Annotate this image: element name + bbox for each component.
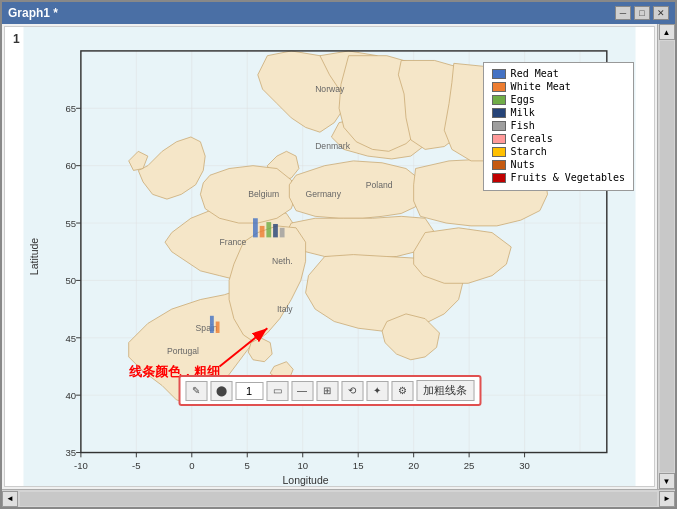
svg-text:Germany: Germany: [306, 189, 342, 199]
svg-text:60: 60: [65, 160, 76, 171]
svg-text:45: 45: [65, 333, 76, 344]
legend-item: Red Meat: [492, 68, 625, 79]
legend-label: Cereals: [511, 133, 553, 144]
legend-color-swatch: [492, 147, 506, 157]
legend-label: Milk: [511, 107, 535, 118]
svg-rect-89: [273, 224, 278, 237]
legend-item: Starch: [492, 146, 625, 157]
legend-label: Fish: [511, 120, 535, 131]
svg-text:France: France: [220, 237, 247, 247]
svg-text:50: 50: [65, 275, 76, 286]
svg-text:Poland: Poland: [366, 180, 393, 190]
svg-text:-10: -10: [74, 460, 88, 471]
legend-label: Red Meat: [511, 68, 559, 79]
line-width-input[interactable]: [235, 382, 263, 400]
svg-rect-92: [216, 322, 220, 333]
legend: Red MeatWhite MeatEggsMilkFishCerealsSta…: [483, 62, 634, 191]
svg-rect-91: [210, 316, 214, 333]
close-button[interactable]: ✕: [653, 6, 669, 20]
legend-item: Eggs: [492, 94, 625, 105]
content-area: 1: [2, 24, 675, 489]
plot-container: 1: [5, 27, 654, 486]
tool-rotate-button[interactable]: ⟲: [341, 381, 363, 401]
legend-color-swatch: [492, 95, 506, 105]
svg-text:15: 15: [353, 460, 364, 471]
svg-text:Latitude: Latitude: [28, 238, 40, 276]
tool-settings-button[interactable]: ⚙: [391, 381, 413, 401]
svg-text:Spain: Spain: [196, 323, 218, 333]
legend-item: Nuts: [492, 159, 625, 170]
legend-label: Starch: [511, 146, 547, 157]
legend-item: Cereals: [492, 133, 625, 144]
legend-item: White Meat: [492, 81, 625, 92]
svg-text:Longitude: Longitude: [283, 474, 329, 486]
svg-text:30: 30: [519, 460, 530, 471]
tool-rect-button[interactable]: ▭: [266, 381, 288, 401]
legend-color-swatch: [492, 173, 506, 183]
maximize-button[interactable]: □: [634, 6, 650, 20]
tool-draw-button[interactable]: ✎: [185, 381, 207, 401]
svg-rect-88: [266, 222, 271, 237]
svg-text:35: 35: [65, 447, 76, 458]
svg-text:20: 20: [408, 460, 419, 471]
svg-rect-87: [260, 226, 265, 237]
svg-text:Norway: Norway: [315, 84, 345, 94]
svg-text:0: 0: [189, 460, 194, 471]
svg-text:5: 5: [245, 460, 250, 471]
tool-grid-button[interactable]: ⊞: [316, 381, 338, 401]
svg-text:Denmark: Denmark: [315, 141, 351, 151]
legend-label: Eggs: [511, 94, 535, 105]
title-bar-left: Graph1 *: [8, 6, 58, 20]
graph-area: 1: [4, 26, 655, 487]
window-title: Graph1 *: [8, 6, 58, 20]
title-bar: Graph1 * ─ □ ✕: [2, 2, 675, 24]
svg-text:65: 65: [65, 103, 76, 114]
scroll-left-button[interactable]: ◄: [2, 491, 18, 507]
svg-text:10: 10: [297, 460, 308, 471]
svg-rect-90: [280, 228, 285, 238]
scroll-right-button[interactable]: ►: [659, 491, 675, 507]
tool-fill-button[interactable]: ⬤: [210, 381, 232, 401]
plot-number: 1: [13, 32, 20, 46]
scroll-up-button[interactable]: ▲: [659, 24, 675, 40]
svg-text:Neth.: Neth.: [272, 256, 293, 266]
legend-item: Milk: [492, 107, 625, 118]
legend-item: Fruits & Vegetables: [492, 172, 625, 183]
svg-text:-5: -5: [132, 460, 141, 471]
legend-color-swatch: [492, 134, 506, 144]
tool-line-button[interactable]: —: [291, 381, 313, 401]
scroll-track[interactable]: [660, 41, 674, 472]
svg-text:25: 25: [464, 460, 475, 471]
legend-color-swatch: [492, 160, 506, 170]
legend-label: Fruits & Vegetables: [511, 172, 625, 183]
svg-text:Portugal: Portugal: [167, 346, 199, 356]
right-scrollbar: ▲ ▼: [657, 24, 675, 489]
bottom-scrollbar: ◄ ►: [2, 489, 675, 507]
legend-color-swatch: [492, 108, 506, 118]
svg-marker-29: [286, 216, 434, 258]
svg-rect-86: [253, 218, 258, 237]
scroll-h-track[interactable]: [20, 492, 657, 506]
main-window: Graph1 * ─ □ ✕ 1: [0, 0, 677, 509]
title-bar-right: ─ □ ✕: [615, 6, 669, 20]
tool-star-button[interactable]: ✦: [366, 381, 388, 401]
legend-color-swatch: [492, 69, 506, 79]
toolbar-overlay: ✎ ⬤ ▭ — ⊞ ⟲ ✦ ⚙ 加粗线条: [178, 375, 481, 406]
svg-text:Italy: Italy: [277, 304, 293, 314]
svg-text:55: 55: [65, 218, 76, 229]
minimize-button[interactable]: ─: [615, 6, 631, 20]
legend-color-swatch: [492, 82, 506, 92]
thick-line-button[interactable]: 加粗线条: [416, 380, 474, 401]
legend-label: Nuts: [511, 159, 535, 170]
svg-text:Belgium: Belgium: [248, 189, 279, 199]
legend-color-swatch: [492, 121, 506, 131]
legend-label: White Meat: [511, 81, 571, 92]
svg-text:40: 40: [65, 390, 76, 401]
legend-item: Fish: [492, 120, 625, 131]
scroll-down-button[interactable]: ▼: [659, 473, 675, 489]
